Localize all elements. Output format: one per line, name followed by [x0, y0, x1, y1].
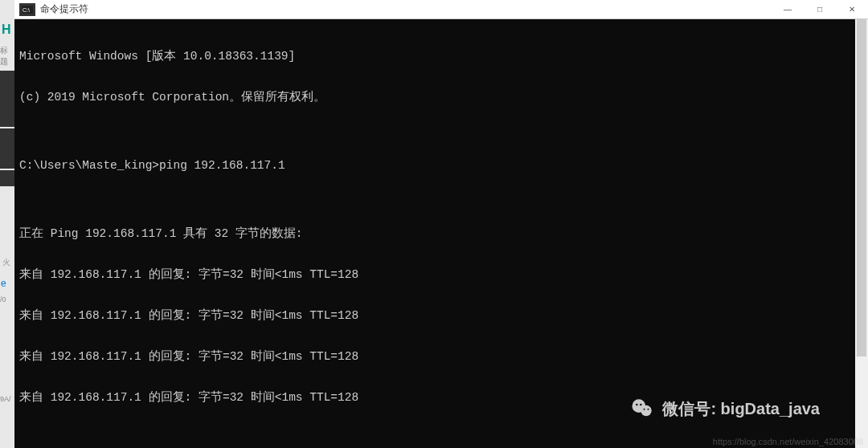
svg-point-6: [644, 409, 645, 410]
maximize-button[interactable]: □: [804, 0, 836, 19]
bg-nine: 9A/: [0, 395, 11, 403]
command-prompt-window: C:\ 命令提示符 — □ ✕ Microsoft Windows [版本 10…: [14, 0, 868, 448]
terminal-line: Microsoft Windows [版本 10.0.18363.1139]: [19, 50, 863, 63]
terminal-line: 来自 192.168.117.1 的回复: 字节=32 时间<1ms TTL=1…: [19, 309, 863, 323]
wechat-text: 微信号: bigData_java: [662, 398, 820, 420]
bg-label: 标题: [0, 45, 14, 67]
svg-point-7: [648, 409, 649, 410]
svg-point-4: [636, 404, 638, 406]
minimize-button[interactable]: —: [772, 0, 804, 19]
bg-minimap-b: [0, 128, 14, 169]
cmd-icon: C:\: [19, 3, 35, 16]
close-button[interactable]: ✕: [836, 0, 868, 19]
bg-zero: /0: [0, 295, 6, 303]
scrollbar-thumb[interactable]: [857, 19, 866, 356]
bg-fox: 火: [2, 257, 10, 268]
bg-minimap-c: [0, 170, 14, 186]
background-sidebar: H 标题 火 e /0 9A/: [0, 0, 14, 448]
app-letter-h: H: [2, 22, 11, 37]
svg-point-5: [640, 404, 642, 406]
bg-minimap-a: [0, 71, 14, 127]
terminal-line: 正在 Ping 192.168.117.1 具有 32 字节的数据:: [19, 227, 863, 241]
terminal-line: (c) 2019 Microsoft Corporation。保留所有权利。: [19, 91, 863, 104]
window-controls: — □ ✕: [772, 0, 868, 19]
terminal-line: C:\Users\Maste_king>ping 192.168.117.1: [19, 159, 863, 173]
csdn-url-watermark: https://blog.csdn.net/weixin_42083008: [713, 437, 863, 446]
svg-point-3: [641, 405, 652, 416]
terminal-output[interactable]: Microsoft Windows [版本 10.0.18363.1139] (…: [14, 19, 868, 448]
terminal-line: 来自 192.168.117.1 的回复: 字节=32 时间<1ms TTL=1…: [19, 350, 863, 364]
terminal-line: 来自 192.168.117.1 的回复: 字节=32 时间<1ms TTL=1…: [19, 268, 863, 282]
svg-text:C:\: C:\: [23, 7, 30, 13]
window-title: 命令提示符: [40, 2, 772, 16]
wechat-icon: [630, 397, 654, 421]
wechat-watermark: 微信号: bigData_java: [630, 397, 820, 421]
vertical-scrollbar[interactable]: [855, 19, 868, 448]
titlebar[interactable]: C:\ 命令提示符 — □ ✕: [14, 0, 868, 19]
bg-e: e: [1, 278, 6, 289]
